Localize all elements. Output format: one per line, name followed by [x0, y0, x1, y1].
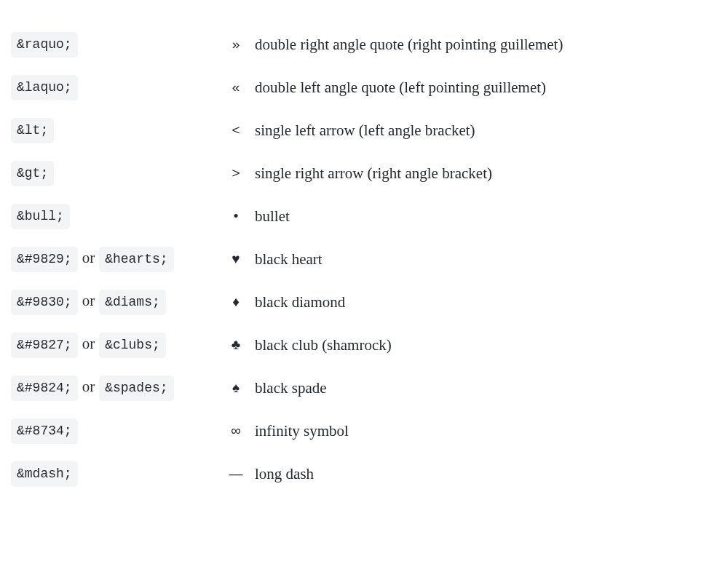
table-row: &bull;•bullet — [11, 204, 717, 229]
entity-description: double right angle quote (right pointing… — [255, 32, 717, 57]
entity-code: &hearts; — [99, 247, 173, 272]
entity-description: black diamond — [255, 290, 717, 315]
entity-code: &spades; — [99, 376, 173, 401]
entity-code-cell: &gt; — [11, 161, 226, 186]
table-row: &#8734;∞infinity symbol — [11, 418, 717, 444]
entity-code: &raquo; — [11, 32, 78, 57]
entity-symbol: ∞ — [226, 418, 255, 444]
entity-description: bullet — [255, 204, 717, 229]
entity-description: black heart — [255, 247, 717, 272]
entity-symbol: • — [226, 204, 255, 229]
entity-symbol: ♦ — [226, 290, 255, 315]
table-row: &mdash;—long dash — [11, 461, 717, 487]
code-separator: or — [78, 378, 100, 395]
entity-symbol: < — [226, 118, 255, 143]
entity-description: infinity symbol — [255, 418, 717, 444]
entity-code-cell: &#9829;or&hearts; — [11, 247, 226, 272]
entity-code: &laquo; — [11, 75, 78, 100]
entity-code: &bull; — [11, 204, 70, 229]
entity-symbol: « — [226, 75, 255, 100]
entity-symbol: » — [226, 32, 255, 57]
table-row: &#9829;or&hearts;♥black heart — [11, 247, 717, 272]
entity-description: black spade — [255, 376, 717, 401]
entity-code-cell: &#8734; — [11, 418, 226, 444]
code-separator: or — [78, 335, 100, 352]
entity-code-cell: &#9830;or&diams; — [11, 290, 226, 315]
entity-reference-table: &raquo;»double right angle quote (right … — [11, 15, 717, 504]
entity-description: long dash — [255, 461, 717, 487]
table-row: &raquo;»double right angle quote (right … — [11, 32, 717, 57]
entity-code-cell: &raquo; — [11, 32, 226, 57]
table-row: &#9827;or&clubs;♣black club (shamrock) — [11, 333, 717, 358]
entity-description: single right arrow (right angle bracket) — [255, 161, 717, 186]
entity-code: &mdash; — [11, 461, 78, 487]
entity-description: single left arrow (left angle bracket) — [255, 118, 717, 143]
table-row: &#9824;or&spades;♠black spade — [11, 376, 717, 401]
entity-symbol: > — [226, 161, 255, 186]
entity-code-cell: &mdash; — [11, 461, 226, 487]
entity-code: &diams; — [99, 290, 166, 315]
entity-code: &#9829; — [11, 247, 78, 272]
entity-code: &#9824; — [11, 376, 78, 401]
entity-code: &#9827; — [11, 333, 78, 358]
table-row: &gt;>single right arrow (right angle bra… — [11, 161, 717, 186]
entity-description: black club (shamrock) — [255, 333, 717, 358]
entity-symbol: ♥ — [226, 247, 255, 272]
entity-code-cell: &#9824;or&spades; — [11, 376, 226, 401]
table-row: &#9830;or&diams;♦black diamond — [11, 290, 717, 315]
entity-code-cell: &bull; — [11, 204, 226, 229]
entity-code: &#9830; — [11, 290, 78, 315]
code-separator: or — [78, 249, 100, 266]
entity-code: &clubs; — [99, 333, 166, 358]
code-separator: or — [78, 292, 100, 309]
entity-code-cell: &#9827;or&clubs; — [11, 333, 226, 358]
table-row: &laquo;«double left angle quote (left po… — [11, 75, 717, 100]
entity-code: &lt; — [11, 118, 54, 143]
entity-symbol: ♠ — [226, 376, 255, 401]
entity-symbol: — — [226, 461, 255, 487]
entity-symbol: ♣ — [226, 333, 255, 358]
entity-code-cell: &lt; — [11, 118, 226, 143]
table-row: &lt;<single left arrow (left angle brack… — [11, 118, 717, 143]
entity-description: double left angle quote (left pointing g… — [255, 75, 717, 100]
entity-code: &gt; — [11, 161, 54, 186]
entity-code-cell: &laquo; — [11, 75, 226, 100]
entity-code: &#8734; — [11, 418, 78, 444]
